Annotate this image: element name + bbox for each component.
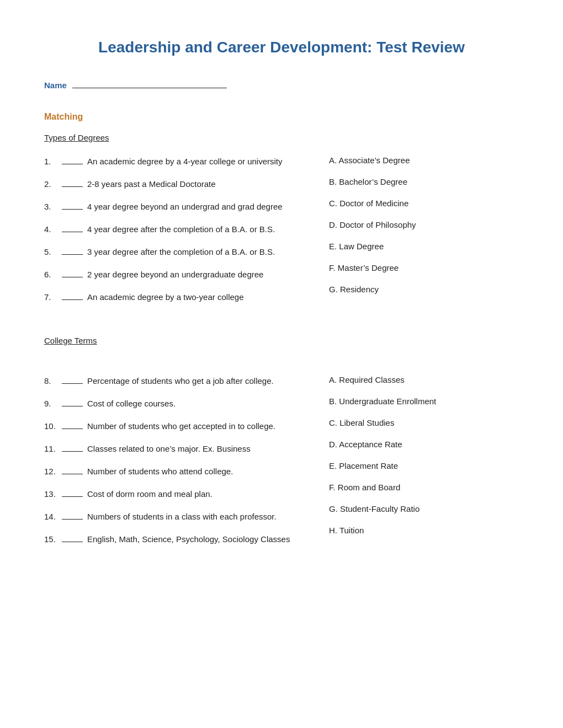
types-of-degrees-questions: 1. An academic degree by a 4-year colleg…: [44, 156, 305, 314]
q-number: 6.: [44, 270, 61, 279]
q-number: 4.: [44, 224, 61, 234]
question-item: 10. Number of students who get accepted …: [44, 420, 305, 431]
answer-item: H. Tuition: [329, 526, 519, 535]
q-blank: [62, 533, 83, 542]
q-blank: [62, 375, 83, 384]
answer-item: E. Law Degree: [329, 242, 519, 251]
name-row: Name: [44, 78, 519, 90]
q-number: 14.: [44, 512, 61, 521]
q-blank: [62, 246, 83, 255]
q-blank: [62, 420, 83, 429]
question-item: 3. 4 year degree beyond an undergrad and…: [44, 201, 305, 211]
answer-item: C. Liberal Studies: [329, 418, 519, 427]
question-item: 11. Classes related to one’s major. Ex. …: [44, 443, 305, 453]
q-blank: [62, 291, 83, 300]
q-text: Percentage of students who get a job aft…: [87, 376, 305, 386]
college-terms-questions: 8. Percentage of students who get a job …: [44, 375, 305, 556]
question-item: 2. 2-8 years past a Medical Doctorate: [44, 178, 305, 189]
question-item: 4. 4 year degree after the completion of…: [44, 223, 305, 234]
types-of-degrees-answers: A. Associate’s DegreeB. Bachelor’s Degre…: [329, 156, 519, 314]
question-item: 15. English, Math, Science, Psychology, …: [44, 533, 305, 544]
matching-section: Matching Types of Degrees 1. An academic…: [44, 112, 519, 314]
q-number: 3.: [44, 202, 61, 211]
q-text: Numbers of students in a class with each…: [87, 512, 305, 521]
q-number: 15.: [44, 534, 61, 544]
q-text: Cost of college courses.: [87, 399, 305, 408]
q-text: 3 year degree after the completion of a …: [87, 247, 305, 256]
name-label: Name: [44, 81, 67, 90]
question-item: 5. 3 year degree after the completion of…: [44, 246, 305, 256]
answer-item: F. Room and Board: [329, 483, 519, 492]
name-line: [72, 78, 227, 88]
q-blank: [62, 488, 83, 497]
q-text: 4 year degree beyond an undergrad and gr…: [87, 202, 305, 211]
q-blank: [62, 443, 83, 452]
answer-item: D. Doctor of Philosophy: [329, 220, 519, 229]
answer-item: G. Student-Faculty Ratio: [329, 504, 519, 513]
question-item: 12. Number of students who attend colleg…: [44, 465, 305, 476]
answer-item: B. Undergraduate Enrollment: [329, 397, 519, 406]
q-number: 2.: [44, 179, 61, 189]
college-terms-row: 8. Percentage of students who get a job …: [44, 375, 519, 556]
q-number: 8.: [44, 376, 61, 386]
answer-item: D. Acceptance Rate: [329, 440, 519, 449]
college-terms-answers-col: A. Required ClassesB. Undergraduate Enro…: [329, 375, 519, 556]
answer-item: F. Master’s Degree: [329, 263, 519, 272]
q-blank: [62, 201, 83, 210]
q-blank: [62, 223, 83, 232]
question-item: 13. Cost of dorm room and meal plan.: [44, 488, 305, 499]
answer-item: C. Doctor of Medicine: [329, 199, 519, 208]
question-item: 6. 2 year degree beyond an undergraduate…: [44, 269, 305, 279]
q-text: Cost of dorm room and meal plan.: [87, 489, 305, 499]
q-blank: [62, 178, 83, 187]
q-text: Classes related to one’s major. Ex. Busi…: [87, 444, 305, 453]
college-terms-section: College Terms 8. Percentage of students …: [44, 336, 519, 556]
q-blank: [62, 269, 83, 277]
types-of-degrees-heading: Types of Degrees: [44, 133, 519, 142]
q-number: 9.: [44, 399, 61, 408]
matching-heading: Matching: [44, 112, 519, 122]
question-item: 9. Cost of college courses.: [44, 398, 305, 408]
q-number: 11.: [44, 444, 61, 453]
q-text: 4 year degree after the completion of a …: [87, 224, 305, 234]
q-text: 2 year degree beyond an undergraduate de…: [87, 270, 305, 279]
college-terms-heading: College Terms: [44, 336, 519, 345]
q-number: 5.: [44, 247, 61, 256]
q-number: 13.: [44, 489, 61, 499]
q-text: English, Math, Science, Psychology, Soci…: [87, 534, 305, 544]
q-number: 1.: [44, 157, 61, 166]
q-text: Number of students who get accepted in t…: [87, 421, 305, 431]
q-number: 7.: [44, 292, 61, 302]
answer-item: A. Associate’s Degree: [329, 156, 519, 165]
q-blank: [62, 156, 83, 164]
q-text: 2-8 years past a Medical Doctorate: [87, 179, 305, 189]
q-blank: [62, 511, 83, 520]
q-blank: [62, 398, 83, 406]
question-item: 1. An academic degree by a 4-year colleg…: [44, 156, 305, 166]
q-text: An academic degree by a two-year college: [87, 292, 305, 302]
q-blank: [62, 465, 83, 474]
question-item: 8. Percentage of students who get a job …: [44, 375, 305, 386]
q-number: 10.: [44, 421, 61, 431]
types-of-degrees-row: 1. An academic degree by a 4-year colleg…: [44, 156, 519, 314]
answer-item: A. Required Classes: [329, 375, 519, 384]
answer-item: E. Placement Rate: [329, 461, 519, 470]
q-text: An academic degree by a 4-year college o…: [87, 157, 305, 166]
q-text: Number of students who attend college.: [87, 467, 305, 476]
page-title: Leadership and Career Development: Test …: [44, 39, 519, 56]
question-item: 7. An academic degree by a two-year coll…: [44, 291, 305, 302]
q-number: 12.: [44, 467, 61, 476]
answer-item: B. Bachelor’s Degree: [329, 177, 519, 186]
answer-item: G. Residency: [329, 285, 519, 294]
question-item: 14. Numbers of students in a class with …: [44, 511, 305, 521]
